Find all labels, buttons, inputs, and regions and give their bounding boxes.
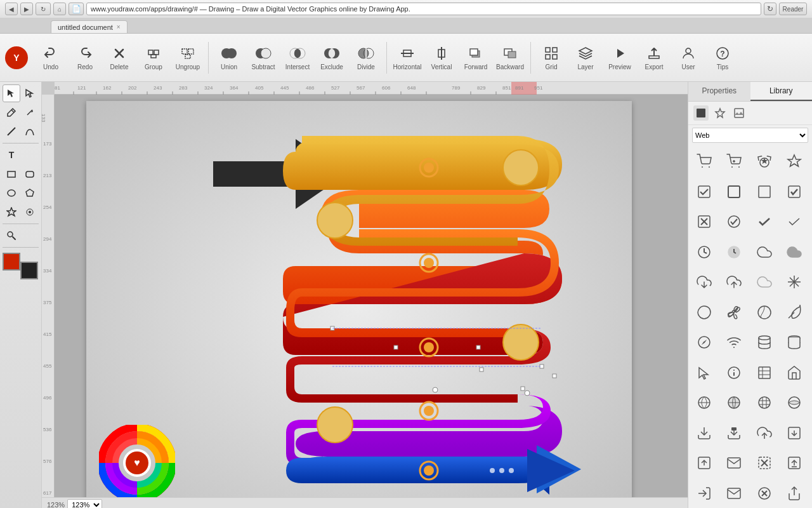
drawing-canvas[interactable]: ♥	[86, 101, 632, 497]
lib-icon-checkmark-thin[interactable]	[781, 208, 808, 235]
zoom-tool[interactable]	[3, 227, 20, 244]
lib-icon-clock2[interactable]	[721, 239, 747, 265]
tips-button[interactable]: ? Tips	[706, 37, 739, 78]
star-tool[interactable]	[3, 203, 20, 221]
tab-close-icon[interactable]: ×	[117, 23, 121, 30]
user-button[interactable]: User	[672, 37, 705, 78]
tab-properties[interactable]: Properties	[688, 82, 750, 101]
foreground-color-swatch[interactable]	[3, 253, 20, 271]
direct-select-tool[interactable]	[22, 84, 39, 102]
horizontal-button[interactable]: Horizontal	[391, 37, 424, 78]
lib-icon-cloud-upload[interactable]	[721, 269, 747, 295]
lib-icon-globe2[interactable]	[721, 389, 747, 416]
forward-button[interactable]: ▶	[20, 3, 33, 15]
exclude-button[interactable]: Exclude	[315, 37, 348, 78]
lib-icon-xmark2[interactable]	[751, 480, 778, 507]
polygon-tool[interactable]	[22, 184, 39, 202]
color-wheel[interactable]: ♥	[99, 425, 175, 497]
active-tab[interactable]: untitled document ×	[51, 20, 128, 33]
lib-icon-checkbox-border[interactable]	[721, 178, 747, 205]
ungroup-button[interactable]: Ungroup	[171, 37, 204, 78]
tab-library[interactable]: Library	[750, 82, 813, 101]
reader-button[interactable]: Reader	[779, 3, 807, 15]
lib-icon-email2[interactable]	[721, 480, 747, 507]
image-frame-icon[interactable]	[731, 105, 747, 121]
lib-icon-leaf2[interactable]	[751, 299, 778, 326]
fill-icon[interactable]	[693, 105, 709, 121]
lib-icon-dl2[interactable]	[721, 420, 747, 446]
lib-icon-checkbox-check[interactable]	[781, 178, 808, 205]
lib-icon-dl1[interactable]	[691, 420, 717, 446]
lib-icon-snowflake[interactable]	[781, 269, 808, 295]
lib-icon-share[interactable]	[781, 480, 808, 507]
lib-icon-checkbox-checked[interactable]	[691, 178, 717, 205]
lib-icon-upload2[interactable]	[781, 450, 808, 476]
lib-icon-cloud1[interactable]	[751, 239, 778, 265]
lib-icon-database2[interactable]	[781, 329, 808, 356]
lib-icon-cloud-download[interactable]	[691, 269, 717, 295]
star-icon[interactable]	[712, 105, 728, 121]
export-button[interactable]: Export	[638, 37, 671, 78]
back-button[interactable]: ◀	[5, 3, 18, 15]
lib-icon-leaf1[interactable]	[691, 299, 717, 326]
vertical-button[interactable]: Vertical	[425, 37, 458, 78]
preview-button[interactable]: Preview	[603, 37, 636, 78]
lib-icon-compass[interactable]	[691, 329, 717, 356]
lib-icon-cursor[interactable]	[691, 359, 717, 386]
lib-icon-email[interactable]	[721, 450, 747, 476]
layer-button[interactable]: Layer	[569, 37, 602, 78]
group-button[interactable]: Group	[137, 37, 170, 78]
select-tool[interactable]	[3, 84, 20, 102]
lib-icon-checkmark-circle[interactable]	[721, 208, 747, 235]
lib-icon-dl3[interactable]	[781, 420, 808, 446]
special-tool[interactable]	[22, 203, 39, 221]
lib-icon-x2[interactable]	[751, 450, 778, 476]
zoom-select[interactable]: 50% 75% 100% 123% 150% 200%	[67, 499, 102, 509]
lib-icon-checkmark-line[interactable]	[751, 208, 778, 235]
refresh-button[interactable]: ↻	[36, 3, 51, 15]
redo-button[interactable]: Redo	[69, 37, 102, 78]
text-tool[interactable]: T	[3, 146, 20, 164]
lib-icon-globe1[interactable]	[691, 389, 717, 416]
rect-tool[interactable]	[3, 165, 20, 183]
background-color-swatch[interactable]	[20, 262, 38, 279]
line-tool[interactable]	[3, 123, 20, 140]
divide-button[interactable]: Divide	[350, 37, 383, 78]
union-button[interactable]: Union	[213, 37, 246, 78]
lib-icon-login[interactable]	[691, 480, 717, 507]
category-select[interactable]: Web	[692, 128, 808, 143]
lib-icon-table[interactable]	[751, 359, 778, 386]
rounded-rect-tool[interactable]	[22, 165, 39, 183]
lib-icon-clock1[interactable]	[691, 239, 717, 265]
lib-icon-cart1[interactable]	[691, 148, 717, 175]
lib-icon-ribbon[interactable]	[781, 148, 808, 175]
undo-button[interactable]: Undo	[34, 37, 67, 78]
lib-icon-cloud2[interactable]	[781, 239, 808, 265]
lib-icon-cart2[interactable]	[721, 148, 747, 175]
ellipse-tool[interactable]	[3, 184, 20, 202]
lib-icon-home[interactable]	[781, 359, 808, 386]
forward-button[interactable]: Forward	[459, 37, 492, 78]
lib-icon-cloud-up2[interactable]	[751, 420, 778, 446]
lib-icon-medal[interactable]	[751, 148, 778, 175]
lib-icon-cloud-light[interactable]	[751, 269, 778, 295]
address-bar[interactable]: www.youdraw.com/apps/drawing/# — Drawing…	[86, 3, 761, 15]
pencil-tool[interactable]	[22, 104, 39, 121]
intersect-button[interactable]: Intersect	[281, 37, 314, 78]
lib-icon-grid-icon[interactable]	[751, 389, 778, 416]
lib-icon-export1[interactable]	[691, 450, 717, 476]
lib-icon-globe3[interactable]	[781, 389, 808, 416]
bezier-tool[interactable]	[22, 123, 39, 140]
backward-button[interactable]: Backward	[494, 37, 527, 78]
lib-icon-fan[interactable]	[721, 299, 747, 326]
lib-icon-info[interactable]	[721, 359, 747, 386]
delete-button[interactable]: Delete	[103, 37, 136, 78]
lib-icon-leaf3[interactable]	[781, 299, 808, 326]
subtract-button[interactable]: Subtract	[247, 37, 280, 78]
lib-icon-checkbox-empty[interactable]	[751, 178, 778, 205]
grid-button[interactable]: Grid	[535, 37, 568, 78]
canvas-drawing-area[interactable]: ♥	[55, 95, 688, 497]
bookmark-button[interactable]: 📄	[69, 3, 84, 15]
pen-tool[interactable]	[3, 104, 20, 121]
lib-icon-wifi[interactable]	[721, 329, 747, 356]
